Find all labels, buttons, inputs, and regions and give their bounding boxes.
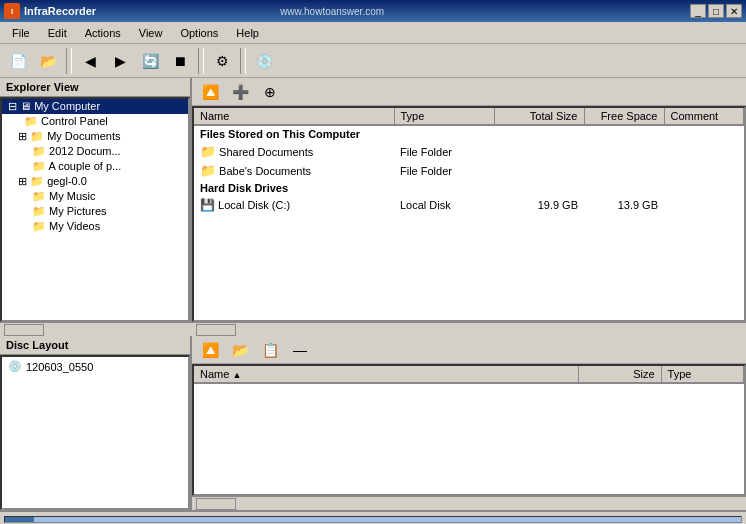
burn-button[interactable]: 💿: [250, 48, 278, 74]
file-table: Name Type Total Size Free Space Comment …: [194, 108, 744, 214]
col-totalsize[interactable]: Total Size: [494, 108, 584, 125]
file-type-shared: File Folder: [394, 142, 494, 161]
table-row-babes[interactable]: 📁 Babe's Documents File Folder: [194, 161, 744, 180]
toolbar: 📄 📂 ◀ ▶ 🔄 ⏹ ⚙ 💿: [0, 44, 746, 78]
toolbar-separator-1: [66, 48, 72, 74]
disc-col-type[interactable]: Type: [661, 366, 743, 383]
file-type-babes: File Folder: [394, 161, 494, 180]
disc-col-name[interactable]: Name ▲: [194, 366, 579, 383]
col-comment[interactable]: Comment: [664, 108, 744, 125]
tree-node-2012docum[interactable]: 📁 2012 Docum...: [2, 144, 188, 159]
disc-label: 120603_0550: [26, 361, 93, 373]
disc-header: Disc Layout: [0, 336, 190, 355]
file-name-localc: 💾 Local Disk (C:): [194, 196, 394, 214]
col-name[interactable]: Name: [194, 108, 394, 125]
progress-bar: [4, 516, 742, 523]
disc-nav-up[interactable]: 🔼: [196, 337, 224, 363]
menu-actions[interactable]: Actions: [77, 25, 129, 41]
tree-node-acouple[interactable]: 📁 A couple of p...: [2, 159, 188, 174]
disc-new-folder[interactable]: 📋: [256, 337, 284, 363]
minimize-button[interactable]: _: [690, 4, 706, 18]
file-view-panel: 🔼 ➕ ⊕ Name Type Total Size Free Space Co…: [192, 78, 746, 336]
title-bar: I InfraRecorder www.howtoanswer.com _ □ …: [0, 0, 746, 22]
app-title: InfraRecorder: [24, 5, 96, 17]
disc-file-panel: 🔼 📂 📋 — Name ▲ Size Type: [192, 336, 746, 510]
file-freespace-babes: [584, 161, 664, 180]
disc-remove[interactable]: —: [286, 337, 314, 363]
disc-tree: 💿 120603_0550: [0, 355, 190, 510]
open-button[interactable]: 📂: [34, 48, 62, 74]
file-freespace-localc: 13.9 GB: [584, 196, 664, 214]
nav-add2-button[interactable]: ⊕: [256, 79, 284, 105]
table-row-localc[interactable]: 💾 Local Disk (C:) Local Disk 19.9 GB 13.…: [194, 196, 744, 214]
nav-add-button[interactable]: ➕: [226, 79, 254, 105]
progress-area: 0 Bytes 498 MiB 996 MiB 1.46 GiB 1.95 Gi…: [0, 510, 746, 524]
tree-node-gegl[interactable]: ⊞ 📁 gegl-0.0: [2, 174, 188, 189]
maximize-button[interactable]: □: [708, 4, 724, 18]
refresh-button[interactable]: 🔄: [136, 48, 164, 74]
stop-button[interactable]: ⏹: [166, 48, 194, 74]
file-type-localc: Local Disk: [394, 196, 494, 214]
disc-icon: 💿: [8, 360, 22, 373]
file-toolbar: 🔼 ➕ ⊕: [192, 78, 746, 106]
file-comment-localc: [664, 196, 744, 214]
window-controls: _ □ ✕: [690, 4, 742, 18]
col-freespace[interactable]: Free Space: [584, 108, 664, 125]
disc-open-folder[interactable]: 📂: [226, 337, 254, 363]
tree-node-mymusic[interactable]: 📁 My Music: [2, 189, 188, 204]
menu-edit[interactable]: Edit: [40, 25, 75, 41]
back-button[interactable]: ◀: [76, 48, 104, 74]
menu-view[interactable]: View: [131, 25, 171, 41]
bottom-section: Disc Layout 💿 120603_0550 🔼 📂 📋 — Name ▲: [0, 336, 746, 510]
file-freespace-shared: [584, 142, 664, 161]
disc-col-size[interactable]: Size: [579, 366, 661, 383]
menu-file[interactable]: File: [4, 25, 38, 41]
menu-options[interactable]: Options: [172, 25, 226, 41]
file-comment-babes: [664, 161, 744, 180]
disc-panel: Disc Layout 💿 120603_0550: [0, 336, 192, 510]
watermark: www.howtoanswer.com: [280, 6, 384, 17]
new-button[interactable]: 📄: [4, 48, 32, 74]
toolbar-separator-2: [198, 48, 204, 74]
disc-scrollbar-h[interactable]: [192, 496, 746, 510]
file-totalsize-babes: [494, 161, 584, 180]
toolbar-separator-3: [240, 48, 246, 74]
section-header-stored: Files Stored on This Computer: [194, 125, 744, 142]
app-icon: I: [4, 3, 20, 19]
section-header-harddisk: Hard Disk Drives: [194, 180, 744, 196]
file-scrollbar-h[interactable]: [192, 322, 746, 336]
file-name-shared: 📁 Shared Documents: [194, 142, 394, 161]
file-totalsize-shared: [494, 142, 584, 161]
section-header-row-1: Files Stored on This Computer: [194, 125, 744, 142]
explorer-scrollbar-h[interactable]: [0, 322, 192, 336]
file-name-babes: 📁 Babe's Documents: [194, 161, 394, 180]
close-button[interactable]: ✕: [726, 4, 742, 18]
col-type[interactable]: Type: [394, 108, 494, 125]
tree-node-mypictures[interactable]: 📁 My Pictures: [2, 204, 188, 219]
file-comment-shared: [664, 142, 744, 161]
tree-node-mycomputer[interactable]: ⊟ 🖥 My Computer: [2, 99, 188, 114]
main-content: Explorer View ⊟ 🖥 My Computer 📁 Control …: [0, 78, 746, 336]
disc-file-table: Name ▲ Size Type: [194, 366, 744, 384]
nav-up-button[interactable]: 🔼: [196, 79, 224, 105]
title-bar-left: I InfraRecorder www.howtoanswer.com: [4, 3, 384, 19]
file-totalsize-localc: 19.9 GB: [494, 196, 584, 214]
menu-bar: File Edit Actions View Options Help: [0, 22, 746, 44]
settings-button[interactable]: ⚙: [208, 48, 236, 74]
disc-file-container: Name ▲ Size Type: [192, 364, 746, 496]
explorer-panel: Explorer View ⊟ 🖥 My Computer 📁 Control …: [0, 78, 192, 336]
disc-file-toolbar: 🔼 📂 📋 —: [192, 336, 746, 364]
explorer-tree[interactable]: ⊟ 🖥 My Computer 📁 Control Panel ⊞ 📁 My D…: [0, 97, 190, 322]
table-row-shared[interactable]: 📁 Shared Documents File Folder: [194, 142, 744, 161]
tree-node-myvideos[interactable]: 📁 My Videos: [2, 219, 188, 234]
tree-node-controlpanel[interactable]: 📁 Control Panel: [2, 114, 188, 129]
disc-item-120603[interactable]: 💿 120603_0550: [2, 357, 188, 376]
section-header-row-2: Hard Disk Drives: [194, 180, 744, 196]
file-table-container: Name Type Total Size Free Space Comment …: [192, 106, 746, 322]
explorer-header: Explorer View: [0, 78, 190, 97]
menu-help[interactable]: Help: [228, 25, 267, 41]
tree-node-mydocuments[interactable]: ⊞ 📁 My Documents: [2, 129, 188, 144]
forward-button[interactable]: ▶: [106, 48, 134, 74]
